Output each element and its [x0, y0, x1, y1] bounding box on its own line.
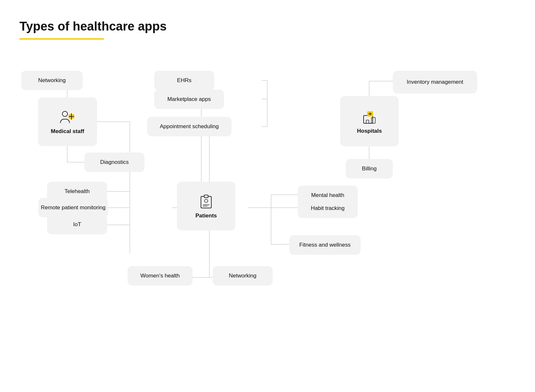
- node-diagnostics: Diagnostics: [84, 153, 144, 172]
- node-medical-staff: Medical staff: [38, 97, 97, 146]
- node-appointment-scheduling: Appointment scheduling: [147, 117, 231, 136]
- hospitals-icon: [361, 108, 378, 125]
- node-billing: Billing: [346, 159, 393, 178]
- node-networking-top: Networking: [21, 71, 83, 90]
- node-marketplace-apps: Marketplace apps: [154, 90, 224, 109]
- node-remote-patient-monitoring: Remote patient monitoring: [38, 198, 108, 217]
- node-patients: Patients: [177, 182, 235, 230]
- page-title: Types of healthcare apps: [19, 19, 167, 33]
- svg-rect-46: [366, 120, 369, 123]
- node-womens-health: Women's health: [128, 266, 193, 286]
- title-underline: [19, 38, 104, 40]
- node-hospitals: Hospitals: [340, 96, 399, 146]
- node-networking-bottom: Networking: [213, 266, 273, 286]
- svg-rect-38: [204, 195, 208, 198]
- node-inventory-management: Inventory management: [393, 71, 477, 93]
- node-fitness-and-wellness: Fitness and wellness: [289, 235, 361, 255]
- node-iot: IoT: [47, 215, 107, 234]
- svg-rect-47: [371, 117, 375, 123]
- node-habit-tracking: Habit tracking: [298, 199, 358, 218]
- svg-point-33: [62, 111, 68, 116]
- node-ehrs: EHRs: [154, 71, 214, 90]
- medical-staff-icon: [59, 109, 76, 126]
- patients-icon: [198, 193, 215, 210]
- svg-point-39: [205, 199, 208, 202]
